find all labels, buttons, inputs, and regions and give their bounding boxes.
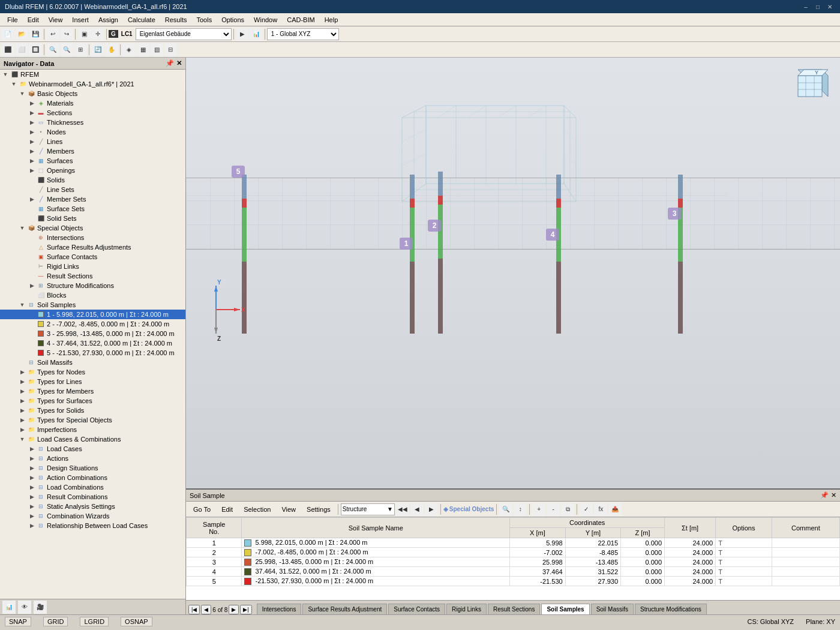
panel-structure-combo[interactable]: Structure ▼ <box>341 503 395 515</box>
panel-nav-next[interactable]: ▶ <box>425 503 438 516</box>
snap-btn[interactable]: SNAP <box>5 617 31 626</box>
zoom-in-btn[interactable]: 🔍 <box>46 43 59 56</box>
nav-view-btn[interactable]: 👁 <box>18 601 31 614</box>
select-btn[interactable]: ▣ <box>77 28 91 41</box>
lgrid-btn[interactable]: LGRID <box>80 617 109 626</box>
panel-sort-btn[interactable]: ↕ <box>514 503 527 516</box>
nav-pin-btn[interactable]: 📌 <box>166 59 174 67</box>
tree-lc-action-comb[interactable]: ▶ ⊟ Action Combinations <box>0 473 185 482</box>
tree-soil-4[interactable]: 4 - 37.464, 31.522, 0.000 m | Σt : 24.00… <box>0 338 185 348</box>
tree-surface-results-adj[interactable]: △ Surface Results Adjustments <box>0 242 185 252</box>
menu-view[interactable]: View <box>44 15 68 25</box>
nav-close-btn[interactable]: ✕ <box>176 59 182 67</box>
tree-lc-load-comb[interactable]: ▶ ⊟ Load Combinations <box>0 482 185 492</box>
tree-load-cases[interactable]: ▼ 📁 Load Cases & Combinations <box>0 434 185 444</box>
panel-nav-prev2[interactable]: ◀◀ <box>396 503 409 516</box>
menu-edit[interactable]: Edit <box>23 15 44 25</box>
tab-result-sections[interactable]: Result Sections <box>488 604 540 614</box>
tree-members[interactable]: ▶ ╱ Members <box>0 146 185 156</box>
table-row[interactable]: 2 -7.002, -8.485, 0.000 m | Σt : 24.000 … <box>187 548 840 557</box>
top-btn[interactable]: ⊟ <box>164 43 177 56</box>
tab-surface-contacts[interactable]: Surface Contacts <box>388 604 445 614</box>
tree-soil-2[interactable]: 2 - -7.002, -8.485, 0.000 m | Σt : 24.00… <box>0 319 185 329</box>
tree-lc-actions[interactable]: ▶ ⊟ Actions <box>0 454 185 463</box>
menu-options[interactable]: Options <box>217 15 249 25</box>
results-btn[interactable]: 📊 <box>250 28 263 41</box>
tree-lc-design-sit[interactable]: ▶ ⊟ Design Situations <box>0 463 185 473</box>
tree-lc-combo-wiz[interactable]: ▶ ⊟ Combination Wizards <box>0 511 185 521</box>
panel-formula-btn[interactable]: fx <box>594 503 607 516</box>
menu-assign[interactable]: Assign <box>94 15 123 25</box>
tab-soil-samples[interactable]: Soil Samples <box>541 604 589 614</box>
panel-add-row[interactable]: + <box>532 503 545 516</box>
page-prev[interactable]: ◀ <box>201 605 211 614</box>
maximize-button[interactable]: □ <box>812 2 823 11</box>
menu-tools[interactable]: Tools <box>191 15 217 25</box>
tree-lc-load-cases[interactable]: ▶ ⊟ Load Cases <box>0 444 185 454</box>
close-button[interactable]: ✕ <box>824 2 835 11</box>
panel-filter-btn[interactable]: 🔍 <box>499 503 512 516</box>
tree-types-special[interactable]: ▶ 📁 Types for Special Objects <box>0 415 185 425</box>
calc-btn[interactable]: ▶ <box>236 28 249 41</box>
panel-settings[interactable]: Settings <box>302 505 335 514</box>
tree-root-rfem[interactable]: ▼ ⬛ RFEM <box>0 70 185 79</box>
table-row[interactable]: 4 37.464, 31.522, 0.000 m | Σt : 24.000 … <box>187 567 840 577</box>
open-btn[interactable]: 📂 <box>15 28 28 41</box>
tab-intersections[interactable]: Intersections <box>257 604 302 614</box>
menu-window[interactable]: Window <box>249 15 282 25</box>
panel-del-row[interactable]: - <box>547 503 560 516</box>
tree-surfaces[interactable]: ▶ ▦ Surfaces <box>0 156 185 166</box>
save-btn[interactable]: 💾 <box>29 28 42 41</box>
tree-soil-5[interactable]: 5 - -21.530, 27.930, 0.000 m | Σt : 24.0… <box>0 348 185 358</box>
view-btn3[interactable]: 🔲 <box>29 43 42 56</box>
panel-copy-row[interactable]: ⧉ <box>561 503 574 516</box>
grid-btn[interactable]: GRID <box>43 617 68 626</box>
tree-solid-sets[interactable]: ⬛ Solid Sets <box>0 214 185 223</box>
tree-solids[interactable]: ⬛ Solids <box>0 175 185 185</box>
panel-export-btn[interactable]: 📤 <box>608 503 622 516</box>
tree-soil-massifs[interactable]: ⊟ Soil Massifs <box>0 358 185 367</box>
tab-rigid-links[interactable]: Rigid Links <box>446 604 487 614</box>
tab-soil-massifs[interactable]: Soil Massifs <box>591 604 634 614</box>
tree-thicknesses[interactable]: ▶ ▭ Thicknesses <box>0 118 185 127</box>
menu-cad-bim[interactable]: CAD-BIM <box>282 15 319 25</box>
view-btn1[interactable]: ⬛ <box>1 43 14 56</box>
panel-close-btn[interactable]: ✕ <box>831 491 836 499</box>
table-row[interactable]: 1 5.998, 22.015, 0.000 m | Σt : 24.000 m… <box>187 538 840 548</box>
page-last[interactable]: ▶| <box>240 605 251 614</box>
tree-special-objects[interactable]: ▼ 📦 Special Objects <box>0 223 185 233</box>
lc-dropdown[interactable]: Eigenlast Gebäude <box>136 28 232 40</box>
menu-file[interactable]: File <box>2 15 23 25</box>
panel-goto[interactable]: Go To <box>188 505 215 514</box>
tree-result-sections[interactable]: — Result Sections <box>0 271 185 281</box>
panel-nav-prev[interactable]: ◀ <box>410 503 424 516</box>
tree-intersections[interactable]: ⊕ Intersections <box>0 233 185 242</box>
undo-btn[interactable]: ↩ <box>46 28 59 41</box>
tree-surface-contacts[interactable]: ▣ Surface Contacts <box>0 252 185 262</box>
view-btn2[interactable]: ⬜ <box>15 43 28 56</box>
panel-edit[interactable]: Edit <box>217 505 238 514</box>
menu-calculate[interactable]: Calculate <box>123 15 160 25</box>
panel-pin-btn[interactable]: 📌 <box>820 491 829 499</box>
table-row[interactable]: 5 -21.530, 27.930, 0.000 m | Σt : 24.000… <box>187 577 840 586</box>
menu-insert[interactable]: Insert <box>67 15 94 25</box>
panel-check-btn[interactable]: ✓ <box>580 503 593 516</box>
tree-soil-3[interactable]: 3 - 25.998, -13.485, 0.000 m | Σt : 24.0… <box>0 329 185 338</box>
tree-soil-1[interactable]: 1 - 5.998, 22.015, 0.000 m | Σt : 24.000… <box>0 310 185 319</box>
tree-types-surfaces[interactable]: ▶ 📁 Types for Surfaces <box>0 396 185 406</box>
new-btn[interactable]: 📄 <box>1 28 14 41</box>
menu-results[interactable]: Results <box>160 15 192 25</box>
menu-help[interactable]: Help <box>320 15 343 25</box>
tree-rigid-links[interactable]: ⊢ Rigid Links <box>0 262 185 271</box>
iso-btn[interactable]: ◈ <box>122 43 136 56</box>
nav-cube[interactable]: Y <box>786 64 834 112</box>
tree-lc-relationship[interactable]: ▶ ⊟ Relationship Between Load Cases <box>0 521 185 530</box>
tree-surface-sets[interactable]: ▦ Surface Sets <box>0 204 185 214</box>
tab-structure-modifications[interactable]: Structure Modifications <box>635 604 707 614</box>
tree-sections[interactable]: ▶ ▬ Sections <box>0 108 185 118</box>
tree-member-sets[interactable]: ▶ ╱ Member Sets <box>0 194 185 204</box>
back-btn[interactable]: ▧ <box>150 43 163 56</box>
viewport[interactable]: 5 1 2 4 3 <box>186 58 840 614</box>
tree-basic-objects[interactable]: ▼ 📦 Basic Objects <box>0 89 185 98</box>
panel-table[interactable]: SampleNo. Soil Sample Name Coordinates Σ… <box>186 517 840 600</box>
